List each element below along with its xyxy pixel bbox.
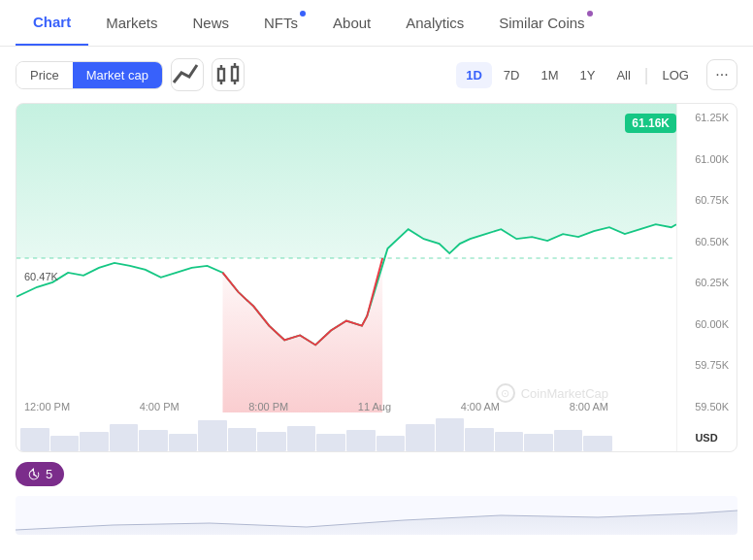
tab-news-label: News <box>193 15 230 31</box>
time-1d-button[interactable]: 1D <box>456 62 492 88</box>
line-chart-icon <box>172 59 203 90</box>
time-1m-button[interactable]: 1M <box>531 62 568 88</box>
y-label-1: 61.25K <box>685 112 729 123</box>
current-price-badge: 61.16K <box>625 114 676 133</box>
price-button[interactable]: Price <box>16 62 73 88</box>
line-chart-icon-btn[interactable] <box>171 58 204 91</box>
svg-rect-0 <box>218 69 224 81</box>
y-label-7: 59.75K <box>685 359 729 371</box>
nfts-dot <box>300 11 306 16</box>
nav-tabs: Chart Markets News NFTs About Analytics … <box>0 0 753 47</box>
x-label-1: 12:00 PM <box>24 401 70 412</box>
chart-toolbar: Price Market cap 1D 7D 1M 1Y All | LOG ·… <box>0 47 753 103</box>
watermark-text: CoinMarketCap <box>521 386 608 401</box>
y-label-6: 60.00K <box>685 318 729 330</box>
currency-label: USD <box>676 432 737 444</box>
x-label-4: 11 Aug <box>358 401 391 412</box>
tab-similar-coins-label: Similar Coins <box>499 15 584 31</box>
tab-analytics[interactable]: Analytics <box>388 1 481 45</box>
price-marketcap-toggle: Price Market cap <box>16 61 163 89</box>
y-label-8: 59.50K <box>685 401 729 412</box>
history-icon <box>27 468 41 481</box>
history-badge[interactable]: 5 <box>16 462 64 486</box>
open-price-label: 60.47K <box>24 271 58 282</box>
x-label-2: 4:00 PM <box>140 401 180 412</box>
tab-news[interactable]: News <box>176 1 247 45</box>
tab-nfts-label: NFTs <box>264 15 298 31</box>
volume-bars <box>16 412 616 451</box>
price-chart: 61.16K <box>16 103 737 452</box>
candle-chart-icon <box>213 59 244 90</box>
tab-about[interactable]: About <box>315 1 388 45</box>
more-options-button[interactable]: ··· <box>706 59 737 90</box>
time-1y-button[interactable]: 1Y <box>570 62 605 88</box>
time-separator: | <box>644 65 649 85</box>
history-count: 5 <box>46 467 52 481</box>
y-label-2: 61.00K <box>685 153 729 165</box>
similar-coins-dot <box>587 11 593 16</box>
svg-rect-1 <box>232 67 238 81</box>
time-log-button[interactable]: LOG <box>653 62 699 88</box>
y-label-4: 60.50K <box>685 236 729 247</box>
bottom-mini-chart[interactable] <box>16 496 737 535</box>
tab-about-label: About <box>333 15 371 31</box>
x-label-3: 8:00 PM <box>248 401 288 412</box>
y-axis: 61.25K 61.00K 60.75K 60.50K 60.25K 60.00… <box>676 104 737 451</box>
tab-chart[interactable]: Chart <box>16 0 88 46</box>
ellipsis-icon: ··· <box>715 66 728 83</box>
tab-nfts[interactable]: NFTs <box>246 1 315 45</box>
tab-markets[interactable]: Markets <box>88 1 175 45</box>
time-all-button[interactable]: All <box>606 62 639 88</box>
y-label-3: 60.75K <box>685 194 729 206</box>
time-7d-button[interactable]: 7D <box>494 62 530 88</box>
tab-similar-coins[interactable]: Similar Coins <box>481 1 602 45</box>
chart-svg-area[interactable]: 60.47K 12:00 PM 4:00 PM 8:00 PM 11 Aug 4… <box>16 104 676 451</box>
time-range-group: 1D 7D 1M 1Y All | LOG <box>456 62 699 88</box>
tab-markets-label: Markets <box>106 15 157 31</box>
tab-chart-label: Chart <box>33 14 71 30</box>
mini-chart-svg <box>16 496 737 535</box>
watermark: ⊙ CoinMarketCap <box>496 383 608 403</box>
candle-chart-icon-btn[interactable] <box>212 58 245 91</box>
coinmarketcap-logo: ⊙ <box>496 383 515 403</box>
tab-analytics-label: Analytics <box>406 15 464 31</box>
y-label-5: 60.25K <box>685 277 729 288</box>
x-label-5: 4:00 AM <box>461 401 500 412</box>
market-cap-button[interactable]: Market cap <box>73 62 162 88</box>
